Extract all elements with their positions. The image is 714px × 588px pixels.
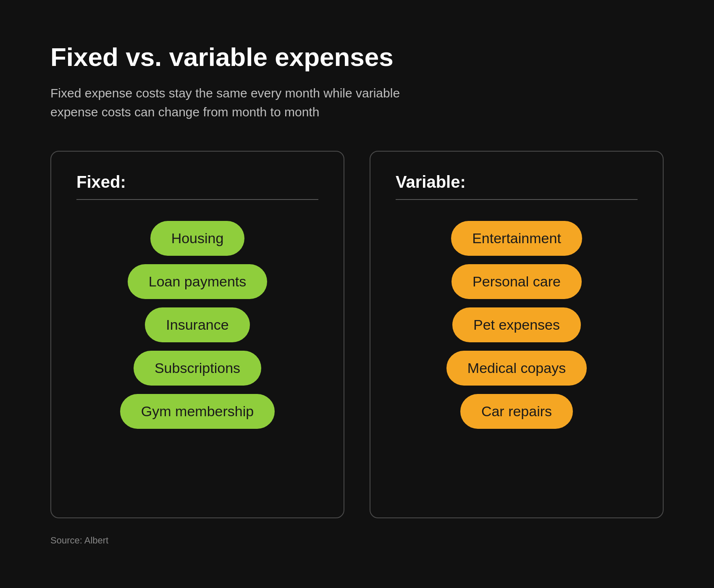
- variable-pill-4: Car repairs: [460, 394, 573, 429]
- fixed-pill-0: Housing: [150, 221, 245, 256]
- variable-pill-1: Personal care: [452, 264, 582, 299]
- variable-pill-0: Entertainment: [451, 221, 582, 256]
- variable-card-header: Variable:: [396, 173, 466, 192]
- fixed-pill-2: Insurance: [145, 307, 249, 342]
- fixed-pill-3: Subscriptions: [134, 351, 261, 386]
- variable-card-divider: [396, 199, 638, 200]
- page-subtitle: Fixed expense costs stay the same every …: [50, 84, 428, 121]
- variable-pill-2: Pet expenses: [452, 307, 581, 342]
- fixed-pills-container: HousingLoan paymentsInsuranceSubscriptio…: [76, 221, 318, 429]
- cards-container: Fixed: HousingLoan paymentsInsuranceSubs…: [50, 151, 664, 518]
- variable-card: Variable: EntertainmentPersonal carePet …: [370, 151, 664, 518]
- fixed-card-divider: [76, 199, 318, 200]
- fixed-card-header: Fixed:: [76, 173, 126, 192]
- fixed-pill-4: Gym membership: [120, 394, 275, 429]
- fixed-pill-1: Loan payments: [128, 264, 268, 299]
- page-title: Fixed vs. variable expenses: [50, 42, 394, 72]
- fixed-card: Fixed: HousingLoan paymentsInsuranceSubs…: [50, 151, 344, 518]
- source-text: Source: Albert: [50, 535, 108, 546]
- variable-pill-3: Medical copays: [446, 351, 587, 386]
- variable-pills-container: EntertainmentPersonal carePet expensesMe…: [396, 221, 638, 429]
